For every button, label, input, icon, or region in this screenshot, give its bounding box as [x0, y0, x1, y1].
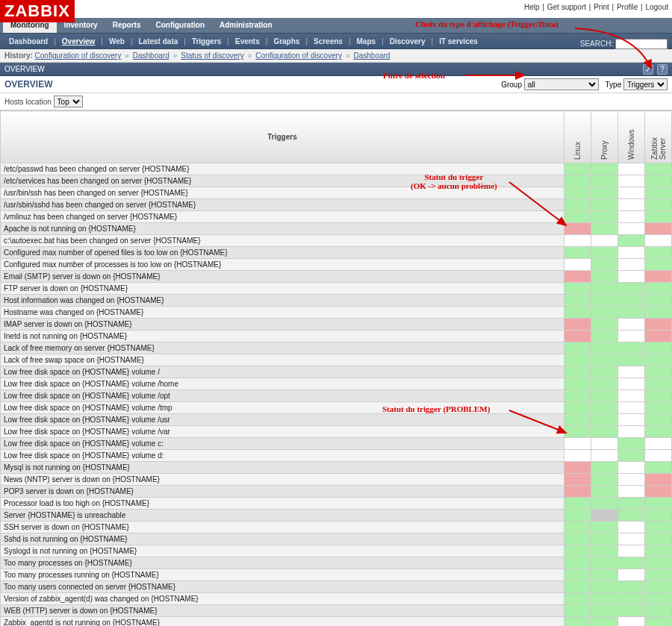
- toplink-get-support[interactable]: Get support: [547, 3, 586, 11]
- status-cell[interactable]: [591, 163, 618, 175]
- status-cell[interactable]: [618, 235, 645, 247]
- status-cell[interactable]: [591, 605, 618, 617]
- col-header-host[interactable]: Windows: [618, 111, 645, 163]
- status-cell[interactable]: [591, 211, 618, 223]
- status-cell[interactable]: [645, 605, 672, 617]
- status-cell[interactable]: [564, 402, 591, 414]
- status-cell[interactable]: [591, 581, 618, 593]
- col-header-host[interactable]: Zabbix Server: [645, 111, 672, 163]
- status-cell[interactable]: [564, 223, 591, 235]
- status-cell[interactable]: [645, 617, 672, 627]
- status-cell[interactable]: [564, 605, 591, 617]
- status-cell[interactable]: [591, 378, 618, 390]
- search-input[interactable]: [615, 39, 668, 49]
- status-cell[interactable]: [645, 533, 672, 545]
- history-link[interactable]: Configuration of discovery: [35, 51, 122, 60]
- status-cell[interactable]: [618, 450, 645, 462]
- status-cell[interactable]: [645, 331, 672, 342]
- status-cell[interactable]: [591, 187, 618, 199]
- status-cell[interactable]: [618, 331, 645, 342]
- status-cell[interactable]: [645, 223, 672, 235]
- status-cell[interactable]: [591, 307, 618, 319]
- status-cell[interactable]: [564, 426, 591, 438]
- status-cell[interactable]: [618, 175, 645, 187]
- status-cell[interactable]: [618, 223, 645, 235]
- status-cell[interactable]: [645, 271, 672, 283]
- status-cell[interactable]: [591, 545, 618, 557]
- submenu-latest-data[interactable]: Latest data: [132, 34, 184, 50]
- status-cell[interactable]: [564, 390, 591, 402]
- status-cell[interactable]: [618, 498, 645, 510]
- status-cell[interactable]: [645, 462, 672, 474]
- status-cell[interactable]: [618, 510, 645, 522]
- status-cell[interactable]: [564, 235, 591, 247]
- status-cell[interactable]: [618, 283, 645, 295]
- status-cell[interactable]: [564, 581, 591, 593]
- status-cell[interactable]: [564, 187, 591, 199]
- status-cell[interactable]: [564, 450, 591, 462]
- status-cell[interactable]: [645, 307, 672, 319]
- status-cell[interactable]: [591, 283, 618, 295]
- status-cell[interactable]: [645, 557, 672, 569]
- status-cell[interactable]: [591, 533, 618, 545]
- status-cell[interactable]: [618, 211, 645, 223]
- status-cell[interactable]: [645, 545, 672, 557]
- status-cell[interactable]: [564, 271, 591, 283]
- status-cell[interactable]: [618, 533, 645, 545]
- status-cell[interactable]: [645, 366, 672, 378]
- status-cell[interactable]: [591, 199, 618, 211]
- status-cell[interactable]: [564, 342, 591, 354]
- status-cell[interactable]: [618, 354, 645, 366]
- status-cell[interactable]: [618, 366, 645, 378]
- status-cell[interactable]: [564, 462, 591, 474]
- status-cell[interactable]: [618, 593, 645, 605]
- status-cell[interactable]: [618, 307, 645, 319]
- status-cell[interactable]: [591, 319, 618, 331]
- status-cell[interactable]: [591, 450, 618, 462]
- status-cell[interactable]: [564, 331, 591, 342]
- status-cell[interactable]: [618, 474, 645, 486]
- status-cell[interactable]: [618, 295, 645, 307]
- status-cell[interactable]: [618, 557, 645, 569]
- status-cell[interactable]: [564, 354, 591, 366]
- submenu-web[interactable]: Web: [103, 34, 131, 50]
- submenu-graphs[interactable]: Graphs: [267, 34, 305, 50]
- status-cell[interactable]: [564, 319, 591, 331]
- status-cell[interactable]: [645, 319, 672, 331]
- submenu-screens[interactable]: Screens: [308, 34, 349, 50]
- status-cell[interactable]: [645, 414, 672, 426]
- status-cell[interactable]: [645, 163, 672, 175]
- status-cell[interactable]: [564, 378, 591, 390]
- status-cell[interactable]: [618, 378, 645, 390]
- submenu-it-services[interactable]: IT services: [433, 34, 484, 50]
- menu-administration[interactable]: Administration: [212, 18, 280, 33]
- status-cell[interactable]: [591, 498, 618, 510]
- status-cell[interactable]: [645, 593, 672, 605]
- status-cell[interactable]: [645, 235, 672, 247]
- status-cell[interactable]: [645, 187, 672, 199]
- menu-reports[interactable]: Reports: [105, 18, 149, 33]
- status-cell[interactable]: [564, 366, 591, 378]
- status-cell[interactable]: [564, 617, 591, 627]
- status-cell[interactable]: [564, 498, 591, 510]
- status-cell[interactable]: [591, 390, 618, 402]
- status-cell[interactable]: [564, 593, 591, 605]
- status-cell[interactable]: [591, 414, 618, 426]
- status-cell[interactable]: [645, 199, 672, 211]
- status-cell[interactable]: [564, 522, 591, 533]
- status-cell[interactable]: [618, 402, 645, 414]
- status-cell[interactable]: [645, 569, 672, 581]
- toplink-print[interactable]: Print: [594, 3, 609, 11]
- status-cell[interactable]: [591, 271, 618, 283]
- status-cell[interactable]: [645, 438, 672, 450]
- status-cell[interactable]: [645, 283, 672, 295]
- status-cell[interactable]: [564, 163, 591, 175]
- history-link[interactable]: Status of discovery: [181, 51, 243, 60]
- status-cell[interactable]: [564, 283, 591, 295]
- status-cell[interactable]: [645, 390, 672, 402]
- submenu-overview[interactable]: Overview: [56, 34, 101, 50]
- help-icon[interactable]: ?: [657, 64, 668, 75]
- status-cell[interactable]: [564, 295, 591, 307]
- status-cell[interactable]: [645, 354, 672, 366]
- status-cell[interactable]: [618, 199, 645, 211]
